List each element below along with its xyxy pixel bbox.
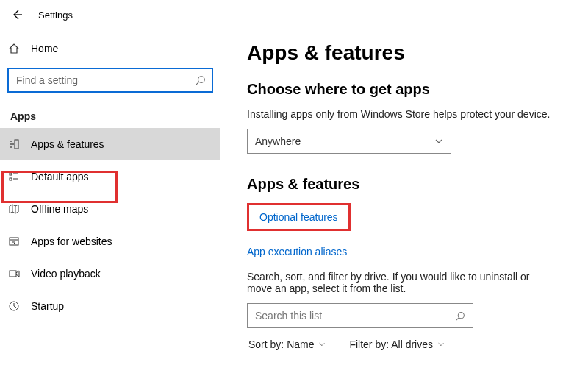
filter-label: Filter by: [349,338,389,350]
main-panel: Apps & features Choose where to get apps… [220,29,588,373]
optional-features-link[interactable]: Optional features [259,211,338,223]
svg-rect-8 [10,178,12,180]
sidebar: Home Apps Apps & features Default apps [0,29,220,373]
back-button[interactable] [6,4,28,26]
section-apps-title: Apps & features [247,176,581,193]
window-title: Settings [38,10,73,21]
search-icon [456,311,465,321]
sidebar-item-label: Default apps [31,171,89,182]
svg-rect-6 [15,140,18,149]
video-icon [7,268,21,280]
sidebar-item-label: Offline maps [31,203,88,215]
sidebar-item-apps-websites[interactable]: Apps for websites [0,225,220,257]
dropdown-value: Anywhere [255,135,301,147]
filter-by-control[interactable]: Filter by: All drives [349,338,445,350]
apps-search-placeholder: Search this list [255,310,456,322]
sidebar-section-label: Apps [0,103,220,128]
svg-line-2 [196,82,199,85]
sort-label: Sort by: [248,338,284,350]
svg-line-20 [456,317,459,319]
home-nav[interactable]: Home [0,35,220,62]
svg-rect-15 [10,271,16,277]
search-icon [196,75,206,85]
search-input-wrap[interactable] [7,68,213,93]
filter-value: All drives [391,338,433,350]
sort-by-control[interactable]: Sort by: Name [248,338,326,350]
svg-point-1 [198,77,205,83]
apps-list-desc: Search, sort, and filter by drive. If yo… [247,271,556,294]
sidebar-item-label: Video playback [31,268,101,280]
sidebar-item-label: Startup [31,300,64,312]
home-label: Home [31,43,58,54]
section-where-desc: Installing apps only from Windows Store … [247,108,581,120]
startup-icon [7,300,21,312]
sidebar-item-apps-features[interactable]: Apps & features [0,128,220,160]
websites-icon [7,235,21,247]
sidebar-item-startup[interactable]: Startup [0,290,220,322]
highlight-annotation: Optional features [247,203,351,231]
defaults-icon [7,171,21,182]
svg-line-18 [14,306,16,308]
sidebar-item-offline-maps[interactable]: Offline maps [0,193,220,225]
sidebar-item-label: Apps for websites [31,235,112,247]
map-icon [7,203,21,215]
where-to-get-dropdown[interactable]: Anywhere [247,129,451,154]
chevron-down-icon [318,341,326,349]
list-icon [7,138,21,150]
app-execution-aliases-link[interactable]: App execution aliases [247,246,347,257]
svg-rect-13 [10,238,18,245]
sidebar-item-video-playback[interactable]: Video playback [0,257,220,290]
svg-rect-7 [10,173,12,175]
arrow-left-icon [11,9,23,21]
chevron-down-icon [434,137,443,146]
section-where-title: Choose where to get apps [247,81,581,98]
sidebar-item-default-apps[interactable]: Default apps [0,160,220,193]
sort-value: Name [287,338,314,350]
svg-point-19 [458,312,464,318]
chevron-down-icon [437,341,445,349]
page-title: Apps & features [247,41,581,65]
search-input[interactable] [15,74,196,87]
home-icon [7,43,21,54]
sidebar-item-label: Apps & features [31,138,104,150]
apps-search-input[interactable]: Search this list [247,303,473,328]
